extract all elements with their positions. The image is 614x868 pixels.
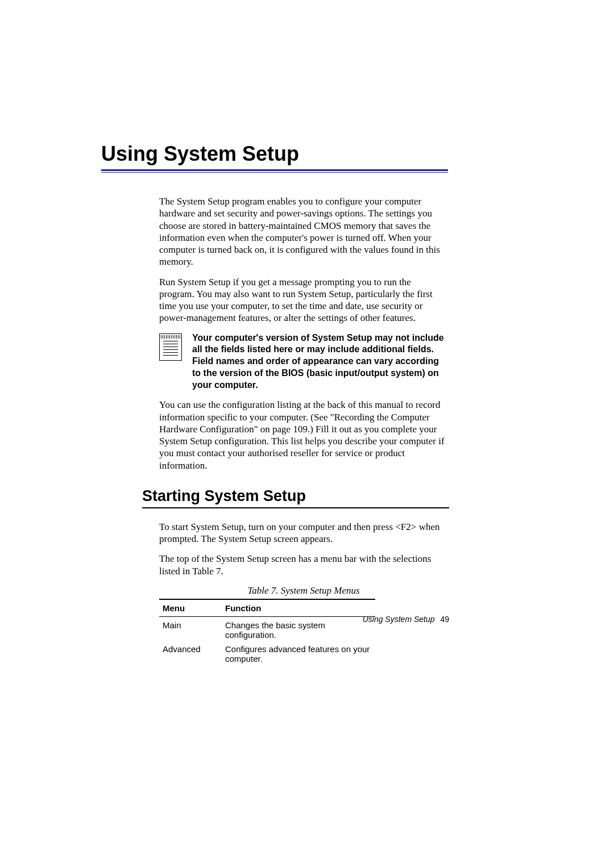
table-header-row: Menu Function <box>159 599 375 617</box>
note-text: Your computer's version of System Setup … <box>192 332 448 391</box>
section-heading: Starting System Setup <box>142 487 449 505</box>
paragraph-intro-1: The System Setup program enables you to … <box>159 195 448 268</box>
system-setup-menus-table: Menu Function Main Changes the basic sys… <box>159 599 375 665</box>
page: Using System Setup The System Setup prog… <box>0 0 614 868</box>
footer-text: Using System Setup <box>363 615 435 624</box>
table-header-function: Function <box>222 599 375 617</box>
note-callout: Your computer's version of System Setup … <box>159 332 448 391</box>
table-cell-menu: Main <box>159 616 222 641</box>
body-content: The System Setup program enables you to … <box>159 195 448 471</box>
section-content: To start System Setup, turn on your comp… <box>159 521 448 665</box>
table-cell-menu: Advanced <box>159 641 222 665</box>
page-footer: Using System Setup 49 <box>363 615 449 624</box>
paragraph-intro-2: Run System Setup if you get a message pr… <box>159 276 448 324</box>
footer-page-number: 49 <box>440 615 449 624</box>
section-paragraph-1: To start System Setup, turn on your comp… <box>159 521 448 545</box>
table-row: Main Changes the basic system configurat… <box>159 616 375 641</box>
paragraph-intro-3: You can use the configuration listing at… <box>159 399 448 471</box>
section-paragraph-2: The top of the System Setup screen has a… <box>159 553 448 577</box>
table-header-menu: Menu <box>159 599 222 617</box>
chapter-title: Using System Setup <box>101 142 449 166</box>
table-caption: Table 7. System Setup Menus <box>159 585 448 596</box>
section-underline <box>142 507 449 508</box>
table-cell-function: Changes the basic system configuration. <box>222 616 375 641</box>
note-icon <box>159 333 182 361</box>
table-row: Advanced Configures advanced features on… <box>159 641 375 665</box>
title-underline <box>101 169 448 173</box>
table-cell-function: Configures advanced features on your com… <box>222 641 375 665</box>
